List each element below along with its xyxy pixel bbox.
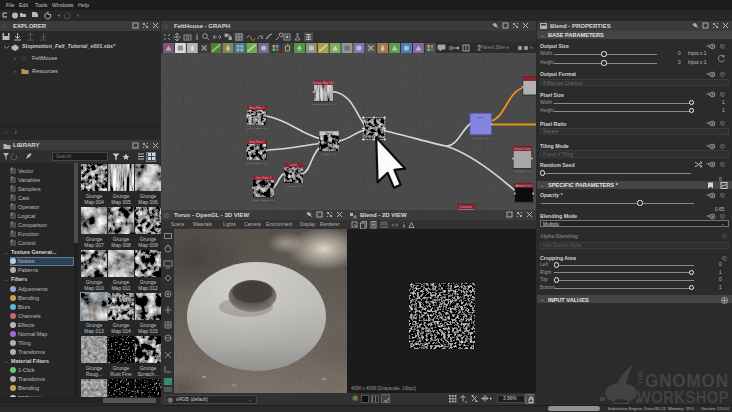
svg-text:WORKSHOP: WORKSHOP bbox=[637, 388, 729, 405]
svg-text:THE: THE bbox=[636, 370, 645, 385]
